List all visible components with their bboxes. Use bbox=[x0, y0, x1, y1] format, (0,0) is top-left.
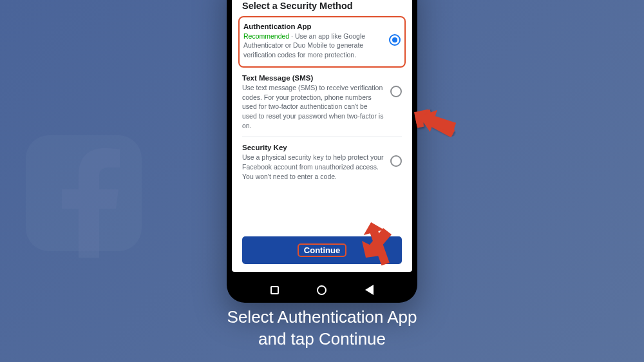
arrow-annotation-bottom bbox=[354, 224, 399, 266]
radio-sms[interactable] bbox=[390, 86, 402, 97]
android-nav-bar bbox=[232, 277, 412, 303]
recent-apps-icon[interactable] bbox=[270, 286, 279, 294]
instruction-caption: Select Authentication App and tap Contin… bbox=[0, 307, 644, 350]
option-desc: Use a physical security key to help prot… bbox=[242, 153, 384, 181]
option-title: Authentication App bbox=[243, 23, 383, 30]
option-desc: Recommended · Use an app like Google Aut… bbox=[243, 32, 383, 60]
option-security-key[interactable]: Security Key Use a physical security key… bbox=[242, 137, 402, 187]
option-sms[interactable]: Text Message (SMS) Use text message (SMS… bbox=[242, 68, 402, 137]
arrow-annotation-top bbox=[415, 103, 460, 142]
back-icon[interactable] bbox=[365, 285, 374, 295]
svg-marker-3 bbox=[416, 106, 458, 139]
section-heading: Select a Security Method bbox=[242, 1, 402, 11]
option-highlight: Authentication App Recommended · Use an … bbox=[238, 16, 406, 68]
option-title: Security Key bbox=[242, 144, 384, 151]
continue-highlight: Continue bbox=[298, 243, 346, 257]
svg-marker-4 bbox=[362, 228, 392, 258]
option-desc: Use text message (SMS) to receive verifi… bbox=[242, 83, 384, 130]
option-auth-app[interactable]: Authentication App Recommended · Use an … bbox=[243, 23, 401, 60]
radio-auth-app[interactable] bbox=[389, 34, 401, 46]
option-title: Text Message (SMS) bbox=[242, 74, 384, 82]
radio-security-key[interactable] bbox=[390, 155, 402, 167]
facebook-logo-bg bbox=[19, 129, 148, 258]
home-icon[interactable] bbox=[317, 285, 327, 295]
